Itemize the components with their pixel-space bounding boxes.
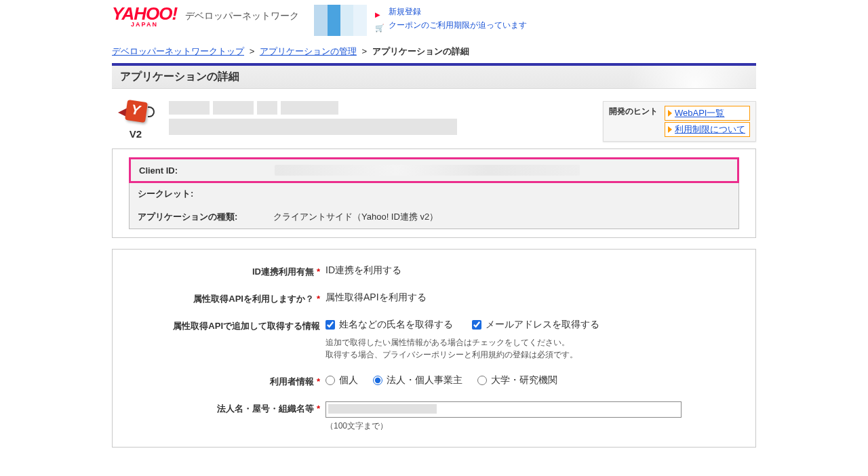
header: YAHOO! JAPAN デベロッパーネットワーク 新規登録 クーポンのご利用期… bbox=[112, 0, 756, 43]
attr-extra-hint1: 追加で取得したい属性情報がある場合はチェックをしてください。 bbox=[326, 336, 739, 349]
radio-corp[interactable]: 法人・個人事業主 bbox=[373, 374, 462, 386]
app-name-redacted bbox=[169, 101, 338, 115]
usage-limit-link[interactable]: 利用制限について bbox=[665, 122, 750, 137]
attr-extra-label: 属性取得APIで追加して取得する情報 bbox=[173, 321, 320, 331]
breadcrumb-manage[interactable]: アプリケーションの管理 bbox=[260, 46, 357, 56]
app-desc-redacted bbox=[169, 119, 457, 135]
webapi-list-link[interactable]: WebAPI一覧 bbox=[665, 106, 750, 121]
app-type-value: クライアントサイド（Yahoo! ID連携 v2） bbox=[273, 211, 730, 223]
org-name-note: （100文字まで） bbox=[326, 420, 739, 432]
id-link-label: ID連携利用有無 bbox=[252, 266, 314, 277]
cart-icon bbox=[375, 21, 384, 29]
radio-corp-label: 法人・個人事業主 bbox=[387, 374, 462, 386]
webapi-list-label: WebAPI一覧 bbox=[675, 107, 724, 119]
breadcrumb: デベロッパーネットワークトップ > アプリケーションの管理 > アプリケーション… bbox=[112, 43, 756, 63]
radio-corp-input[interactable] bbox=[373, 376, 382, 385]
checkbox-name[interactable]: 姓名などの氏名を取得する bbox=[326, 319, 453, 331]
required-mark: * bbox=[317, 376, 320, 386]
logo-tagline: デベロッパーネットワーク bbox=[185, 10, 299, 22]
app-header: V2 開発のヒント WebAPI一覧 利用制限について bbox=[112, 89, 756, 148]
secret-label: シークレット: bbox=[138, 188, 273, 200]
credentials-box: Client ID: シークレット: アプリケーションの種類: クライアントサイ… bbox=[129, 157, 739, 229]
attr-api-value: 属性取得APIを利用する bbox=[326, 292, 739, 304]
radio-personal-label: 個人 bbox=[339, 374, 358, 386]
header-thumbnail bbox=[314, 5, 367, 36]
register-link[interactable]: 新規登録 bbox=[389, 5, 421, 18]
attr-api-row: 属性取得APIを利用しますか？* 属性取得APIを利用する bbox=[129, 285, 739, 312]
required-mark: * bbox=[317, 403, 320, 414]
org-name-input[interactable] bbox=[326, 401, 682, 418]
usage-limit-label: 利用制限について bbox=[675, 123, 745, 136]
page-title: アプリケーションの詳細 bbox=[120, 70, 748, 84]
breadcrumb-sep: > bbox=[361, 46, 367, 56]
chevron-right-icon bbox=[668, 125, 672, 135]
breadcrumb-sep: > bbox=[250, 46, 255, 56]
checkbox-name-label: 姓名などの氏名を取得する bbox=[339, 319, 453, 331]
attr-extra-row: 属性取得APIで追加して取得する情報 姓名などの氏名を取得する メールアドレスを… bbox=[129, 312, 739, 368]
checkbox-name-input[interactable] bbox=[326, 320, 335, 330]
app-type-row: アプリケーションの種類: クライアントサイド（Yahoo! ID連携 v2） bbox=[130, 205, 738, 229]
megaphone-icon bbox=[121, 101, 151, 125]
coupon-link[interactable]: クーポンのご利用期限が迫っています bbox=[389, 18, 527, 32]
hints-title: 開発のヒント bbox=[609, 106, 658, 137]
app-version: V2 bbox=[112, 128, 159, 140]
play-icon bbox=[375, 7, 384, 16]
form-panel: ID連携利用有無* ID連携を利用する 属性取得APIを利用しますか？* 属性取… bbox=[112, 249, 756, 448]
app-meta bbox=[169, 101, 603, 142]
user-type-label: 利用者情報 bbox=[270, 376, 314, 386]
client-id-label: Client ID: bbox=[139, 165, 275, 176]
header-links: 新規登録 クーポンのご利用期限が迫っています bbox=[375, 5, 527, 32]
id-link-value: ID連携を利用する bbox=[326, 264, 739, 277]
checkbox-email-label: メールアドレスを取得する bbox=[486, 319, 599, 331]
app-type-label: アプリケーションの種類: bbox=[138, 211, 273, 223]
radio-personal-input[interactable] bbox=[326, 376, 335, 385]
credentials-panel: Client ID: シークレット: アプリケーションの種類: クライアントサイ… bbox=[112, 148, 756, 238]
chevron-right-icon bbox=[668, 108, 672, 119]
required-mark: * bbox=[317, 266, 320, 277]
logo-main: YAHOO! bbox=[112, 5, 177, 22]
required-mark: * bbox=[317, 294, 320, 304]
secret-row: シークレット: bbox=[130, 182, 738, 205]
attr-api-label: 属性取得APIを利用しますか？ bbox=[193, 294, 314, 304]
org-name-row: 法人名・屋号・組織名等* （100文字まで） bbox=[129, 395, 739, 439]
radio-univ[interactable]: 大学・研究機関 bbox=[477, 374, 557, 386]
checkbox-email[interactable]: メールアドレスを取得する bbox=[472, 319, 599, 331]
breadcrumb-current: アプリケーションの詳細 bbox=[372, 46, 469, 56]
radio-univ-label: 大学・研究機関 bbox=[491, 374, 557, 386]
org-name-label: 法人名・屋号・組織名等 bbox=[217, 403, 314, 414]
radio-univ-input[interactable] bbox=[477, 376, 487, 385]
breadcrumb-top[interactable]: デベロッパーネットワークトップ bbox=[112, 46, 244, 56]
dev-hints: 開発のヒント WebAPI一覧 利用制限について bbox=[603, 101, 756, 142]
page-title-bar: アプリケーションの詳細 bbox=[112, 66, 756, 89]
client-id-row: Client ID: bbox=[129, 157, 739, 183]
user-type-row: 利用者情報* 個人 法人・個人事業主 大学・研究機関 bbox=[129, 368, 739, 395]
client-id-value-redacted bbox=[275, 165, 580, 176]
logo[interactable]: YAHOO! JAPAN デベロッパーネットワーク bbox=[112, 5, 299, 28]
attr-extra-hint2: 取得する場合、プライバシーポリシーと利用規約の登録は必須です。 bbox=[326, 349, 739, 361]
checkbox-email-input[interactable] bbox=[472, 320, 481, 330]
radio-personal[interactable]: 個人 bbox=[326, 374, 358, 386]
app-icon: V2 bbox=[112, 101, 159, 142]
id-link-row: ID連携利用有無* ID連携を利用する bbox=[129, 258, 739, 285]
